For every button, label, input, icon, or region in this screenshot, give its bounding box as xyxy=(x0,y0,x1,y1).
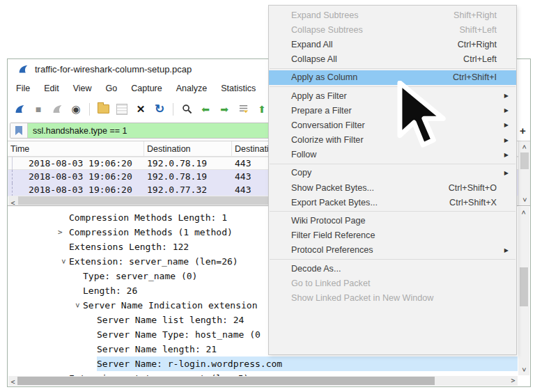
cell-destination: 192.0.78.19 xyxy=(147,158,235,168)
menu-edit[interactable]: Edit xyxy=(37,84,66,93)
scrollbar-thumb[interactable] xyxy=(520,267,528,306)
menu-item-expand-subtrees: Expand SubtreesShift+Right xyxy=(269,8,516,22)
detail-text: Server Name: r-login.wordpress.com xyxy=(97,359,282,369)
detail-line[interactable]: Server Name: r-login.wordpress.com xyxy=(8,356,530,371)
scroll-up-icon: > xyxy=(519,208,529,217)
details-hscrollbar[interactable]: < > xyxy=(8,376,518,386)
menu-item-label: Collapse Subtrees xyxy=(291,25,459,35)
menu-item-shortcut: Ctrl+Left xyxy=(463,54,497,64)
menu-item-shortcut: Shift+Right xyxy=(453,10,497,20)
packet-list-vscrollbar[interactable]: > > xyxy=(518,141,530,205)
menu-item-filter-field-reference[interactable]: Filter Field Reference xyxy=(269,228,516,243)
column-header-destination[interactable]: Destination xyxy=(144,141,232,156)
menu-item-copy[interactable]: Copy▶ xyxy=(269,166,516,180)
menu-item-colorize-with-filter[interactable]: Colorize with Filter▶ xyxy=(269,133,516,148)
menu-item-export-packet-bytes[interactable]: Export Packet Bytes...Ctrl+Shift+X xyxy=(269,195,516,210)
menu-item-collapse-all[interactable]: Collapse AllCtrl+Left xyxy=(269,52,516,67)
menu-item-label: Apply as Filter xyxy=(291,91,497,101)
menu-statistics[interactable]: Statistics xyxy=(214,84,263,93)
window-title: traffic-for-wireshark-column-setup.pcap xyxy=(35,64,192,75)
menu-item-label: Follow xyxy=(291,150,497,159)
menu-go[interactable]: Go xyxy=(99,84,125,93)
goto-packet-icon[interactable] xyxy=(237,103,249,116)
cell-time: 2018-08-03 19:06:20 xyxy=(29,158,147,168)
scroll-up-icon: > xyxy=(520,143,529,152)
scroll-down-icon: > xyxy=(520,196,529,205)
detail-text: Length: 26 xyxy=(83,285,137,296)
submenu-arrow-icon: ▶ xyxy=(504,107,509,113)
menu-item-prepare-a-filter[interactable]: Prepare a Filter▶ xyxy=(269,103,516,118)
menu-item-show-packet-bytes[interactable]: Show Packet Bytes...Ctrl+Shift+O xyxy=(269,180,516,195)
scroll-left-icon: < xyxy=(8,198,17,206)
open-file-icon[interactable] xyxy=(97,103,109,116)
menu-item-apply-as-column[interactable]: Apply as ColumnCtrl+Shift+I xyxy=(269,70,516,85)
detail-text: Server Name list length: 24 xyxy=(97,315,244,325)
stop-capture-icon[interactable]: ■ xyxy=(32,103,45,116)
find-packet-icon[interactable] xyxy=(180,103,193,116)
collapse-arrow-icon[interactable]: > xyxy=(59,256,68,267)
menu-item-follow[interactable]: Follow▶ xyxy=(269,148,516,162)
menu-item-shortcut: Ctrl+Right xyxy=(458,40,497,49)
menu-separator xyxy=(270,86,515,87)
detail-text: Type: server_name (0) xyxy=(83,271,197,281)
detail-text: Compression Methods Length: 1 xyxy=(69,212,227,223)
menu-item-show-linked-packet-in-new-window: Show Linked Packet in New Window xyxy=(269,290,516,305)
menu-separator xyxy=(270,259,515,260)
detail-text: Extension: server_name (len=26) xyxy=(69,256,238,267)
cell-time: 2018-08-03 19:06:20 xyxy=(29,171,147,182)
menu-view[interactable]: View xyxy=(66,84,99,93)
scroll-left-icon: < xyxy=(8,377,17,386)
expand-arrow-icon[interactable]: > xyxy=(58,228,69,237)
scrollbar-thumb[interactable] xyxy=(520,152,529,169)
menu-item-label: Go to Linked Packet xyxy=(291,279,497,288)
submenu-arrow-icon: ▶ xyxy=(504,93,509,99)
cell-time: 2018-08-03 19:06:20 xyxy=(29,185,147,195)
first-packet-icon[interactable]: ⬆ xyxy=(256,103,268,116)
menu-file[interactable]: File xyxy=(9,84,37,93)
menu-capture[interactable]: Capture xyxy=(124,84,169,93)
mouse-cursor xyxy=(395,81,449,152)
scroll-down-icon: > xyxy=(519,366,529,375)
collapse-arrow-icon[interactable]: > xyxy=(73,300,82,311)
filter-bookmark-button[interactable] xyxy=(10,123,28,138)
reload-file-icon[interactable]: ↻ xyxy=(153,103,166,116)
scrollbar-thumb[interactable] xyxy=(17,377,435,385)
menu-item-apply-as-filter[interactable]: Apply as Filter▶ xyxy=(269,88,516,103)
menu-item-label: Collapse All xyxy=(291,54,463,64)
toolbar-separator xyxy=(89,103,90,116)
row-gutter xyxy=(8,183,29,196)
start-capture-icon[interactable] xyxy=(13,103,26,116)
submenu-arrow-icon: ▶ xyxy=(504,152,509,158)
wireshark-logo-icon xyxy=(17,64,29,75)
cell-destination: 192.0.77.32 xyxy=(147,185,235,195)
details-vscrollbar[interactable]: > > xyxy=(518,207,529,375)
menu-item-shortcut: Ctrl+Shift+I xyxy=(453,72,497,82)
submenu-arrow-icon: ▶ xyxy=(504,122,509,128)
menu-item-shortcut: Ctrl+Shift+O xyxy=(449,183,497,193)
menu-analyze[interactable]: Analyze xyxy=(169,84,214,93)
menu-item-protocol-preferences[interactable]: Protocol Preferences▶ xyxy=(269,243,516,258)
close-file-icon[interactable]: ✕ xyxy=(134,103,147,116)
menu-item-label: Export Packet Bytes... xyxy=(291,198,449,207)
menu-item-conversation-filter[interactable]: Conversation Filter▶ xyxy=(269,118,516,132)
filter-add-button[interactable]: + xyxy=(518,125,528,136)
menu-item-label: Show Linked Packet in New Window xyxy=(291,293,497,303)
column-header-time[interactable]: Time xyxy=(8,141,144,156)
menu-item-label: Colorize with Filter xyxy=(291,135,497,145)
save-file-icon[interactable] xyxy=(116,103,128,116)
menu-separator xyxy=(270,164,515,164)
restart-capture-icon[interactable] xyxy=(51,103,63,116)
detail-line-body: Server Name: r-login.wordpress.com xyxy=(97,356,518,371)
menu-item-expand-all[interactable]: Expand AllCtrl+Right xyxy=(269,37,516,52)
previous-packet-icon[interactable]: ⬅ xyxy=(199,103,212,116)
menu-item-label: Decode As... xyxy=(291,264,497,274)
menu-separator xyxy=(270,68,515,69)
menu-item-label: Expand All xyxy=(291,40,458,49)
detail-text: Server Name Type: host_name (0 xyxy=(97,329,261,340)
menu-item-label: Copy xyxy=(291,168,497,178)
next-packet-icon[interactable]: ➡ xyxy=(218,103,231,116)
menu-item-decode-as[interactable]: Decode As... xyxy=(269,261,516,276)
menu-item-label: Show Packet Bytes... xyxy=(291,183,449,193)
menu-item-wiki-protocol-page[interactable]: Wiki Protocol Page xyxy=(269,213,516,228)
capture-options-icon[interactable]: ◉ xyxy=(70,103,82,116)
